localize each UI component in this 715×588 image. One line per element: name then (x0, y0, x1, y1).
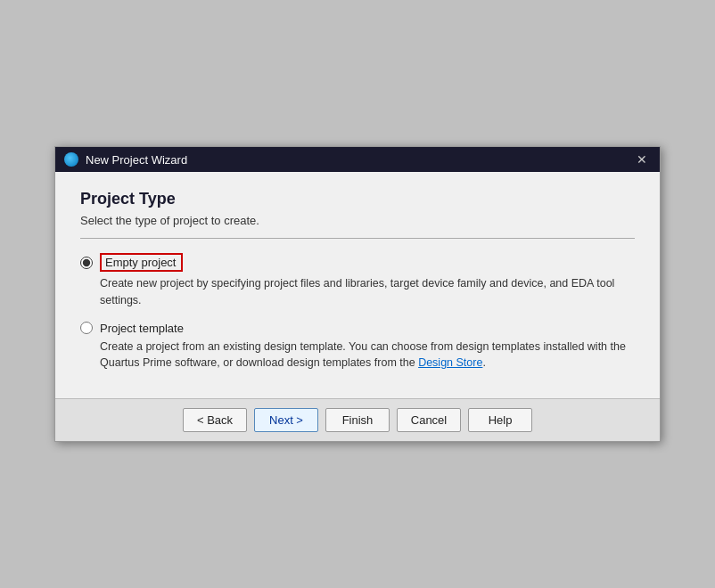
subtitle: Select the type of project to create. (80, 214, 635, 227)
help-button[interactable]: Help (468, 408, 532, 432)
option-empty-project: Empty project Create new project by spec… (80, 253, 635, 309)
project-template-label: Project template (100, 322, 184, 335)
content-area: Project Type Select the type of project … (55, 172, 660, 398)
dialog-window: New Project Wizard ✕ Project Type Select… (54, 146, 661, 442)
cancel-button[interactable]: Cancel (397, 408, 461, 432)
option-project-template-row[interactable]: Project template (80, 322, 635, 335)
design-store-link[interactable]: Design Store (418, 356, 482, 369)
back-button[interactable]: < Back (183, 408, 247, 432)
finish-button[interactable]: Finish (325, 408, 390, 432)
title-bar: New Project Wizard ✕ (55, 147, 660, 172)
app-icon (64, 152, 78, 167)
footer: < Back Next > Finish Cancel Help (55, 398, 660, 441)
project-template-description: Create a project from an existing design… (100, 339, 635, 372)
divider (80, 238, 635, 239)
close-button[interactable]: ✕ (633, 152, 651, 167)
empty-project-description: Create new project by specifying project… (100, 275, 635, 309)
next-button[interactable]: Next > (254, 408, 318, 432)
empty-project-label: Empty project (105, 256, 176, 269)
option-empty-project-row[interactable]: Empty project (80, 253, 635, 272)
radio-project-template[interactable] (80, 322, 93, 334)
dialog-title: New Project Wizard (86, 153, 633, 167)
radio-empty-project[interactable] (80, 257, 93, 269)
option-project-template: Project template Create a project from a… (80, 322, 635, 372)
page-title: Project Type (80, 190, 635, 208)
